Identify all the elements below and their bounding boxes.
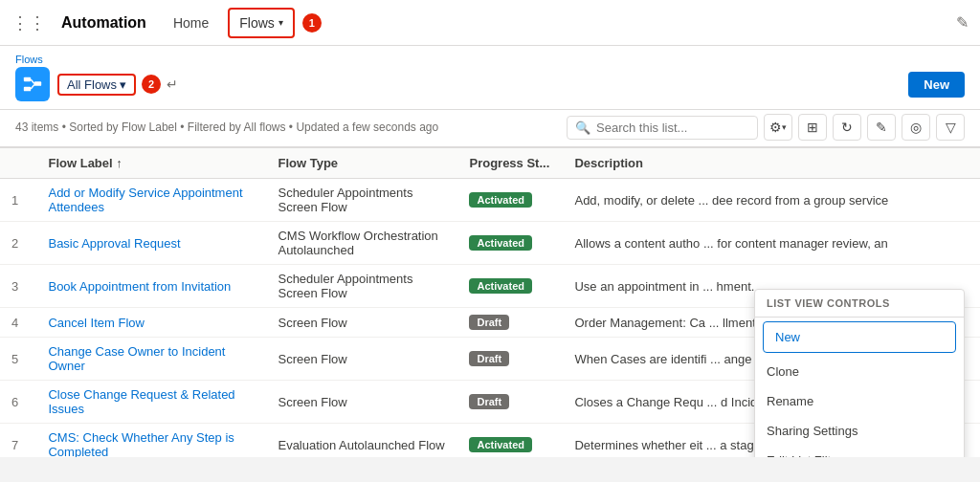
chart-icon: ◎: [910, 120, 922, 135]
filter-icon: ▽: [946, 120, 956, 135]
flow-label-link[interactable]: Change Case Owner to Incident Owner: [48, 344, 225, 373]
flow-label-link[interactable]: CMS: Check Whether Any Step is Completed: [48, 430, 234, 457]
search-input[interactable]: [596, 120, 749, 135]
toolbar-info: 43 items • Sorted by Flow Label • Filter…: [15, 120, 438, 134]
refresh-button[interactable]: ↻: [833, 114, 861, 141]
filter-button[interactable]: ▽: [936, 114, 965, 141]
gear-icon: ⚙: [769, 120, 782, 135]
row-flow-label: Add or Modify Service Appointment Attend…: [36, 179, 266, 222]
top-nav: ⋮⋮ Automation Home Flows ▾ 1 ✎: [0, 0, 980, 46]
pin-icon[interactable]: ↵: [167, 77, 178, 92]
table-row: 1 Add or Modify Service Appointment Atte…: [0, 179, 980, 222]
chevron-down-icon: ▾: [278, 17, 283, 28]
svg-rect-2: [34, 81, 41, 86]
status-badge: Activated: [469, 192, 532, 208]
dropdown-header: LIST VIEW CONTROLS: [755, 290, 964, 318]
flow-label-link[interactable]: Book Appointment from Invitation: [48, 279, 231, 294]
dropdown-item-new[interactable]: New: [763, 321, 956, 353]
table-row: 2 Basic Approval Request CMS Workflow Or…: [0, 222, 980, 265]
list-view-controls-dropdown: LIST VIEW CONTROLS New Clone Rename Shar…: [754, 289, 965, 457]
status-badge: Draft: [469, 394, 509, 409]
edit-pencil-button[interactable]: ✎: [867, 114, 896, 141]
flow-label-link[interactable]: Close Change Request & Related Issues: [48, 387, 234, 416]
toolbar-row: 43 items • Sorted by Flow Label • Filter…: [0, 110, 980, 147]
row-flow-label: Basic Approval Request: [36, 222, 266, 265]
status-badge: Activated: [469, 278, 532, 294]
new-button[interactable]: New: [908, 72, 965, 98]
svg-line-3: [31, 79, 34, 84]
breadcrumb[interactable]: Flows: [15, 54, 965, 65]
nav-flows-button[interactable]: Flows ▾: [228, 8, 295, 38]
row-flow-type: CMS Workflow Orchestration Autolaunched: [266, 222, 457, 265]
flow-label-link[interactable]: Basic Approval Request: [48, 236, 180, 251]
col-desc-header: Description: [563, 148, 980, 179]
row-num: 4: [0, 308, 36, 338]
row-num: 1: [0, 179, 36, 222]
status-badge: Activated: [469, 235, 532, 251]
sub-header: Flows All Flows ▾ 2 ↵ New: [0, 46, 980, 110]
row-desc: Add, modify, or delete ... dee record fr…: [563, 179, 980, 222]
flow-label-link[interactable]: Cancel Item Flow: [48, 316, 144, 330]
row-num: 2: [0, 222, 36, 265]
columns-button[interactable]: ⊞: [798, 114, 827, 141]
row-status: Draft: [457, 338, 563, 381]
row-status: Activated: [457, 222, 563, 265]
nav-flows-label: Flows: [239, 15, 275, 31]
app-name: Automation: [61, 14, 146, 32]
nav-edit-icon[interactable]: ✎: [956, 13, 969, 32]
nav-home[interactable]: Home: [166, 0, 216, 46]
status-badge: Activated: [469, 437, 532, 452]
chart-button[interactable]: ◎: [902, 114, 930, 141]
row-status: Draft: [457, 381, 563, 424]
row-flow-type: Scheduler Appointments Screen Flow: [266, 265, 457, 308]
search-icon: 🔍: [575, 120, 590, 135]
settings-button[interactable]: ⚙ ▾: [764, 114, 792, 141]
dropdown-item-edit-filters[interactable]: Edit List Filters: [755, 446, 964, 457]
table-header-row: Flow Label ↑ Flow Type Progress St... De…: [0, 148, 980, 179]
col-num-header: [0, 148, 36, 179]
col-progress-header[interactable]: Progress St...: [457, 148, 563, 179]
search-box[interactable]: 🔍: [567, 116, 758, 140]
svg-line-4: [31, 84, 34, 89]
status-badge: Draft: [469, 315, 509, 330]
row-num: 7: [0, 424, 36, 458]
refresh-icon: ↻: [841, 120, 853, 135]
col-flow-label-header[interactable]: Flow Label ↑: [36, 148, 266, 179]
row-status: Activated: [457, 424, 563, 458]
row-flow-type: Scheduler Appointments Screen Flow: [266, 179, 457, 222]
status-badge: Draft: [469, 351, 509, 366]
flow-label-link[interactable]: Add or Modify Service Appointment Attend…: [48, 186, 242, 214]
dropdown-item-rename[interactable]: Rename: [755, 386, 964, 416]
table-wrapper: Flow Label ↑ Flow Type Progress St... De…: [0, 147, 980, 457]
dropdown-chevron-icon: ▾: [120, 77, 126, 92]
row-flow-type: Screen Flow: [266, 381, 457, 424]
row-desc: Allows a content autho ... for content m…: [563, 222, 980, 265]
row-status: Draft: [457, 308, 563, 338]
dropdown-item-sharing[interactable]: Sharing Settings: [755, 416, 964, 446]
nav-badge-1: 1: [302, 13, 322, 33]
flows-icon: [15, 67, 50, 101]
settings-chevron-icon: ▾: [782, 122, 787, 132]
row-num: 5: [0, 338, 36, 381]
row-flow-label: Close Change Request & Related Issues: [36, 381, 266, 424]
row-flow-type: Screen Flow: [266, 338, 457, 381]
all-flows-dropdown[interactable]: All Flows ▾: [57, 74, 136, 96]
row-num: 3: [0, 265, 36, 308]
row-flow-type: Evaluation Autolaunched Flow: [266, 424, 457, 458]
dropdown-item-clone[interactable]: Clone: [755, 357, 964, 386]
col-flow-type-header[interactable]: Flow Type: [266, 148, 457, 179]
row-status: Activated: [457, 179, 563, 222]
grid-icon[interactable]: ⋮⋮: [11, 12, 46, 33]
row-flow-label: Change Case Owner to Incident Owner: [36, 338, 266, 381]
toolbar-controls: 🔍 ⚙ ▾ ⊞ ↻ ✎ ◎ ▽: [567, 114, 965, 141]
all-flows-label: All Flows: [67, 77, 117, 92]
row-flow-type: Screen Flow: [266, 308, 457, 338]
columns-icon: ⊞: [807, 120, 818, 135]
row-status: Activated: [457, 265, 563, 308]
svg-rect-1: [24, 87, 31, 92]
sub-badge-2: 2: [142, 75, 161, 94]
row-flow-label: Cancel Item Flow: [36, 308, 266, 338]
row-flow-label: Book Appointment from Invitation: [36, 265, 266, 308]
pencil-icon: ✎: [876, 120, 887, 135]
row-num: 6: [0, 381, 36, 424]
